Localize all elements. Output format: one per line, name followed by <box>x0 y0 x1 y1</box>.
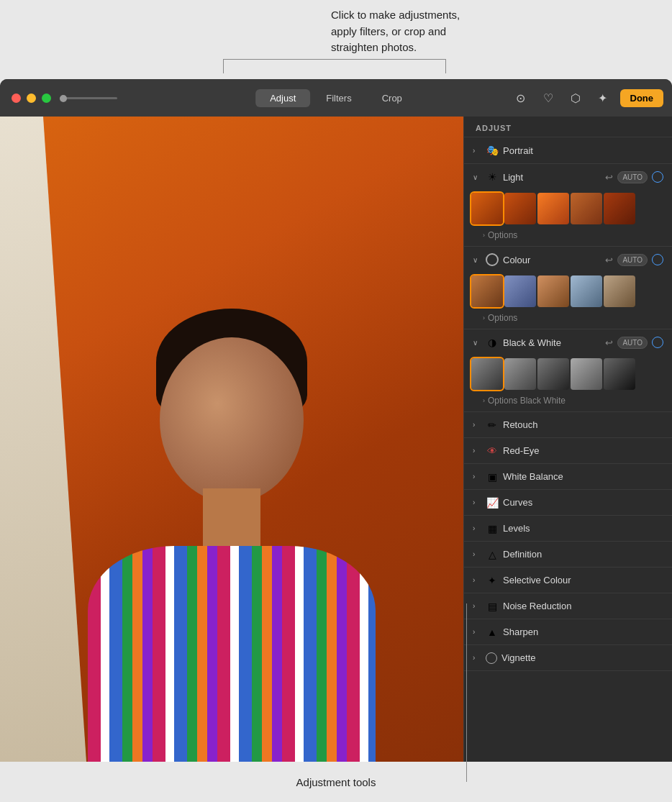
light-undo-icon[interactable]: ↩ <box>605 172 613 183</box>
light-controls: ↩ AUTO <box>605 171 663 183</box>
bw-undo-icon[interactable]: ↩ <box>605 337 613 348</box>
curves-row[interactable]: › 📈 Curves <box>464 490 672 516</box>
vignette-icon <box>486 652 497 664</box>
light-section-label: Light <box>503 172 601 183</box>
photo-area <box>0 117 463 762</box>
light-thumb-1[interactable] <box>471 193 503 224</box>
colour-chevron-icon: ∨ <box>473 256 481 264</box>
light-toggle-button[interactable] <box>652 171 663 183</box>
retouch-row[interactable]: › ✏ Retouch <box>464 412 672 438</box>
definition-label: Definition <box>503 549 663 560</box>
traffic-lights <box>12 94 51 103</box>
sharpen-icon: ▲ <box>486 626 499 639</box>
colour-auto-badge[interactable]: AUTO <box>617 254 648 266</box>
wb-icon: ▣ <box>486 470 499 483</box>
minimize-button[interactable] <box>27 94 36 103</box>
light-thumb-4[interactable] <box>571 193 602 224</box>
portrait-row[interactable]: › 🎭 Portrait <box>464 137 672 163</box>
tab-filters[interactable]: Filters <box>312 89 365 107</box>
circle-tool-icon[interactable]: ⬤ <box>167 773 186 792</box>
light-options-row[interactable]: › Options <box>464 229 672 246</box>
bw-auto-badge[interactable]: AUTO <box>617 337 648 349</box>
brightness-slider[interactable] <box>60 97 117 99</box>
close-button[interactable] <box>12 94 21 103</box>
colour-section: ∨ Colour ↩ AUTO <box>464 247 672 329</box>
bw-thumb-4[interactable] <box>571 358 602 390</box>
colour-options-chevron-icon: › <box>483 314 485 322</box>
ring-tool-icon[interactable]: ◎ <box>196 773 214 792</box>
wb-row[interactable]: › ▣ White Balance <box>464 464 672 490</box>
bw-thumbnails <box>464 355 672 394</box>
light-section-icon: ☀ <box>486 170 499 183</box>
retouch-icon: ✏ <box>486 419 499 432</box>
noise-label: Noise Reduction <box>503 601 663 611</box>
retouch-chevron-icon: › <box>473 421 481 429</box>
bw-section-label: Black & White <box>503 337 601 348</box>
light-thumb-2[interactable] <box>504 193 536 224</box>
portrait-section-icon: 🎭 <box>486 144 499 157</box>
cube-tool-icon[interactable]: ⬡ <box>138 773 157 792</box>
more-options-button[interactable]: ⊙ <box>511 88 531 108</box>
retouch-label: Retouch <box>503 419 663 430</box>
tab-adjust[interactable]: Adjust <box>255 89 310 107</box>
neck <box>203 488 260 546</box>
selcol-row[interactable]: › ✦ Selective Colour <box>464 568 672 593</box>
redeye-row[interactable]: › 👁 Red-Eye <box>464 438 672 464</box>
favorite-button[interactable]: ♡ <box>538 88 558 108</box>
share-button[interactable]: ⬡ <box>566 88 586 108</box>
redeye-icon: 👁 <box>486 445 499 457</box>
light-options-label: Options <box>488 230 517 240</box>
bw-thumb-2[interactable] <box>504 358 536 390</box>
light-thumb-5[interactable] <box>604 193 635 224</box>
colour-thumb-3[interactable] <box>537 275 569 307</box>
selcol-label: Selective Colour <box>503 575 663 585</box>
tab-crop[interactable]: Crop <box>368 89 417 107</box>
bw-options-row[interactable]: › Options Black White <box>464 394 672 411</box>
noise-row[interactable]: › ▤ Noise Reduction <box>464 593 672 619</box>
titlebar: Adjust Filters Crop ⊙ ♡ ⬡ ✦ Done <box>0 79 672 117</box>
colour-row[interactable]: ∨ Colour ↩ AUTO <box>464 247 672 273</box>
noise-chevron-icon: › <box>473 602 481 610</box>
colour-thumb-5[interactable] <box>604 275 635 307</box>
bw-thumb-3[interactable] <box>537 358 569 390</box>
light-thumbnails <box>464 190 672 229</box>
portrait-label: Portrait <box>27 777 58 788</box>
adjust-header: ADJUST <box>464 117 672 137</box>
sharpen-row[interactable]: › ▲ Sharpen <box>464 619 672 645</box>
light-thumb-3[interactable] <box>537 193 569 224</box>
light-auto-badge[interactable]: AUTO <box>617 171 648 183</box>
levels-label: Levels <box>503 523 663 534</box>
colour-thumb-1[interactable] <box>471 275 503 307</box>
bw-row[interactable]: ∨ ◑ Black & White ↩ AUTO <box>464 329 672 355</box>
vignette-row[interactable]: › Vignette <box>464 645 672 671</box>
colour-thumb-2[interactable] <box>504 275 536 307</box>
levels-row[interactable]: › ▦ Levels <box>464 516 672 542</box>
bw-toggle-button[interactable] <box>652 337 663 348</box>
bw-thumb-1[interactable] <box>471 358 503 390</box>
sharpen-chevron-icon: › <box>473 628 481 636</box>
colour-thumb-4[interactable] <box>571 275 602 307</box>
light-row[interactable]: ∨ ☀ Light ↩ AUTO <box>464 164 672 190</box>
sharpen-label: Sharpen <box>503 626 663 637</box>
colour-controls: ↩ AUTO <box>605 254 663 266</box>
done-button[interactable]: Done <box>620 89 664 107</box>
titlebar-tabs: Adjust Filters Crop <box>255 89 417 107</box>
colour-options-row[interactable]: › Options <box>464 311 672 329</box>
portrait-section: › 🎭 Portrait <box>464 137 672 164</box>
reset-adjustments-button[interactable]: Reset Adjustments <box>476 774 660 795</box>
definition-icon: △ <box>486 548 499 561</box>
dot-tool-icon[interactable]: ⊙ <box>224 773 243 792</box>
sun-tool-icon[interactable]: ☀ <box>109 773 128 792</box>
definition-row[interactable]: › △ Definition <box>464 542 672 568</box>
bw-controls: ↩ AUTO <box>605 337 663 349</box>
reset-button-area: Reset Adjustments <box>464 766 672 802</box>
slider-track <box>60 97 117 99</box>
portrait-chevron-icon: › <box>473 147 481 155</box>
magic-button[interactable]: ✦ <box>593 88 613 108</box>
colour-undo-icon[interactable]: ↩ <box>605 255 613 265</box>
maximize-button[interactable] <box>42 94 51 103</box>
bw-thumb-5[interactable] <box>604 358 635 390</box>
face <box>160 337 304 503</box>
colour-toggle-button[interactable] <box>652 254 663 265</box>
panel-scroll[interactable]: › 🎭 Portrait ∨ ☀ Light ↩ <box>464 137 672 766</box>
